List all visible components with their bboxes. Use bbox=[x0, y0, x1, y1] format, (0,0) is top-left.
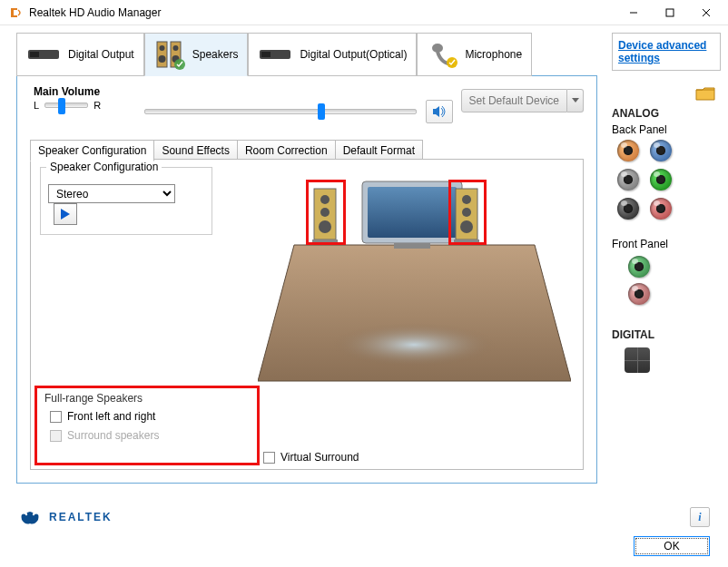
room-scene bbox=[258, 172, 571, 390]
svg-point-10 bbox=[172, 45, 178, 51]
digital-output-optical-icon bbox=[258, 45, 294, 64]
svg-point-8 bbox=[158, 55, 165, 63]
device-tabs: Digital Output Speakers Digital Output(O… bbox=[16, 33, 532, 76]
realtek-crab-icon bbox=[18, 507, 42, 527]
jack-pink-front[interactable] bbox=[628, 283, 650, 305]
subtab-speaker-configuration[interactable]: Speaker Configuration bbox=[30, 140, 154, 161]
minimize-button[interactable] bbox=[615, 0, 652, 25]
device-advanced-settings[interactable]: Device advanced settings bbox=[612, 33, 721, 71]
digital-output-icon bbox=[26, 45, 63, 64]
main-panel: Main Volume L R Set Default Device bbox=[16, 75, 597, 484]
brand: REALTEK bbox=[18, 507, 123, 527]
jack-green[interactable] bbox=[650, 169, 672, 191]
front-panel-jacks bbox=[612, 256, 721, 305]
brand-text: REALTEK bbox=[49, 511, 113, 523]
tab-digital-output-optical[interactable]: Digital Output(Optical) bbox=[248, 33, 417, 76]
jack-blue[interactable] bbox=[650, 140, 672, 161]
checkbox-surround bbox=[50, 430, 62, 442]
checkbox-virtual-surround[interactable] bbox=[263, 452, 275, 464]
ok-button[interactable]: OK bbox=[634, 536, 710, 556]
set-default-device: Set Default Device bbox=[461, 89, 584, 112]
close-button[interactable] bbox=[688, 0, 724, 25]
app-icon bbox=[9, 5, 24, 20]
tab-label: Digital Output bbox=[68, 48, 134, 61]
svg-point-32 bbox=[25, 513, 27, 515]
highlight-left-speaker bbox=[306, 180, 346, 245]
jack-black[interactable] bbox=[617, 198, 639, 220]
main-volume-slider[interactable] bbox=[144, 109, 417, 114]
back-panel-jacks bbox=[612, 136, 684, 223]
svg-rect-1 bbox=[666, 9, 674, 16]
speaker-configuration-fieldset: Speaker Configuration Stereo bbox=[40, 167, 212, 235]
speaker-configuration-select[interactable]: Stereo bbox=[48, 184, 175, 203]
speakers-icon bbox=[154, 39, 187, 70]
virtual-surround-label: Virtual Surround bbox=[280, 451, 359, 464]
svg-point-7 bbox=[159, 45, 164, 51]
jack-pink-back[interactable] bbox=[650, 198, 672, 220]
svg-point-33 bbox=[33, 513, 34, 515]
tab-label: Microphone bbox=[465, 48, 522, 61]
full-range-title: Full-range Speakers bbox=[44, 392, 250, 405]
svg-rect-20 bbox=[368, 187, 457, 238]
tab-digital-output[interactable]: Digital Output bbox=[16, 33, 144, 76]
jack-gray[interactable] bbox=[617, 169, 639, 191]
play-icon bbox=[60, 208, 71, 220]
play-button[interactable] bbox=[54, 203, 77, 225]
titlebar: Realtek HD Audio Manager bbox=[0, 0, 728, 25]
device-advanced-settings-link[interactable]: Device advanced settings bbox=[618, 39, 706, 64]
set-default-label: Set Default Device bbox=[469, 94, 559, 107]
svg-point-18 bbox=[332, 323, 496, 367]
folder-icon[interactable] bbox=[695, 85, 715, 104]
maximize-button[interactable] bbox=[652, 0, 688, 25]
highlight-right-speaker bbox=[448, 180, 487, 245]
window-title: Realtek HD Audio Manager bbox=[29, 6, 615, 19]
jack-orange[interactable] bbox=[617, 140, 639, 161]
front-panel-label: Front Panel bbox=[612, 238, 721, 250]
info-button[interactable]: i bbox=[690, 507, 710, 527]
microphone-icon bbox=[427, 41, 459, 68]
back-panel-label: Back Panel bbox=[612, 123, 721, 136]
tab-speakers[interactable]: Speakers bbox=[144, 33, 249, 76]
ok-label: OK bbox=[664, 540, 679, 552]
speaker-configuration-legend: Speaker Configuration bbox=[46, 161, 162, 173]
balance-l-label: L bbox=[34, 100, 39, 111]
svg-point-15 bbox=[432, 44, 443, 53]
checkbox-surround-label: Surround speakers bbox=[67, 429, 159, 442]
speaker-sound-icon bbox=[431, 104, 448, 119]
sub-panel: Speaker Configuration Stereo bbox=[30, 159, 584, 470]
checkbox-front-lr[interactable] bbox=[50, 411, 62, 423]
analog-header: ANALOG bbox=[612, 107, 721, 120]
mute-button[interactable] bbox=[426, 100, 453, 123]
tab-microphone[interactable]: Microphone bbox=[417, 33, 532, 76]
balance-slider[interactable] bbox=[44, 103, 88, 108]
set-default-dropdown[interactable] bbox=[567, 89, 584, 112]
svg-rect-21 bbox=[394, 243, 430, 249]
chevron-down-icon bbox=[572, 98, 579, 103]
balance-r-label: R bbox=[93, 100, 101, 111]
svg-rect-5 bbox=[30, 52, 39, 57]
svg-rect-14 bbox=[261, 52, 271, 57]
set-default-button[interactable]: Set Default Device bbox=[461, 89, 567, 112]
tab-label: Digital Output(Optical) bbox=[300, 48, 407, 61]
digital-header: DIGITAL bbox=[612, 328, 721, 341]
tab-label: Speakers bbox=[192, 48, 239, 61]
full-range-fieldset: Full-range Speakers Front left and right… bbox=[34, 386, 260, 465]
digital-jack[interactable] bbox=[625, 347, 650, 373]
checkbox-front-lr-label: Front left and right bbox=[67, 410, 155, 423]
jack-green-front[interactable] bbox=[628, 256, 650, 278]
